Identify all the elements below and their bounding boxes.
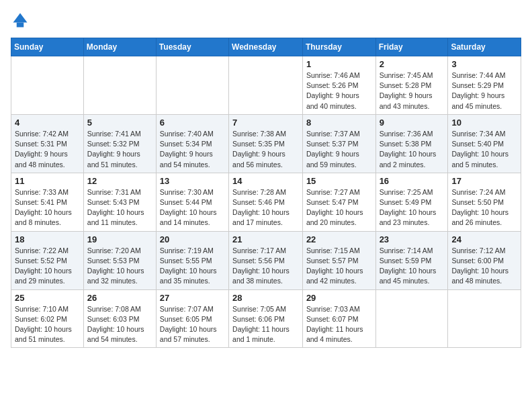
calendar-cell	[375, 289, 448, 348]
weekday-header-saturday: Saturday	[448, 38, 521, 56]
calendar-cell: 17Sunrise: 7:24 AM Sunset: 5:50 PM Dayli…	[448, 173, 521, 231]
calendar-cell: 12Sunrise: 7:31 AM Sunset: 5:43 PM Dayli…	[83, 173, 156, 231]
calendar-cell	[156, 56, 228, 115]
day-info: Sunrise: 7:17 AM Sunset: 5:56 PM Dayligh…	[232, 246, 299, 287]
calendar-cell: 4Sunrise: 7:42 AM Sunset: 5:31 PM Daylig…	[11, 114, 84, 173]
day-number: 25	[15, 293, 80, 303]
day-number: 29	[306, 293, 372, 303]
day-number: 1	[306, 59, 372, 69]
day-info: Sunrise: 7:27 AM Sunset: 5:47 PM Dayligh…	[306, 187, 372, 228]
day-number: 28	[232, 293, 299, 303]
calendar-cell: 11Sunrise: 7:33 AM Sunset: 5:41 PM Dayli…	[11, 173, 84, 231]
calendar-cell	[448, 289, 521, 348]
day-info: Sunrise: 7:44 AM Sunset: 5:29 PM Dayligh…	[451, 71, 517, 111]
day-number: 12	[87, 176, 152, 186]
day-number: 13	[160, 176, 225, 186]
day-number: 20	[160, 234, 225, 244]
calendar-cell: 6Sunrise: 7:40 AM Sunset: 5:34 PM Daylig…	[156, 114, 228, 173]
day-info: Sunrise: 7:20 AM Sunset: 5:53 PM Dayligh…	[87, 246, 152, 287]
calendar-cell: 23Sunrise: 7:14 AM Sunset: 5:59 PM Dayli…	[375, 231, 448, 289]
calendar-cell: 18Sunrise: 7:22 AM Sunset: 5:52 PM Dayli…	[11, 231, 84, 289]
day-number: 23	[380, 234, 445, 244]
day-info: Sunrise: 7:28 AM Sunset: 5:46 PM Dayligh…	[232, 187, 299, 228]
day-info: Sunrise: 7:05 AM Sunset: 6:06 PM Dayligh…	[232, 304, 299, 345]
calendar-cell: 24Sunrise: 7:12 AM Sunset: 6:00 PM Dayli…	[448, 231, 521, 289]
day-info: Sunrise: 7:12 AM Sunset: 6:00 PM Dayligh…	[451, 246, 517, 287]
day-number: 6	[160, 118, 225, 128]
day-info: Sunrise: 7:14 AM Sunset: 5:59 PM Dayligh…	[380, 246, 445, 287]
day-info: Sunrise: 7:15 AM Sunset: 5:57 PM Dayligh…	[306, 246, 372, 287]
calendar-cell: 10Sunrise: 7:34 AM Sunset: 5:40 PM Dayli…	[448, 114, 521, 173]
day-info: Sunrise: 7:19 AM Sunset: 5:55 PM Dayligh…	[160, 246, 225, 287]
calendar-cell: 9Sunrise: 7:36 AM Sunset: 5:38 PM Daylig…	[375, 114, 448, 173]
day-info: Sunrise: 7:38 AM Sunset: 5:35 PM Dayligh…	[232, 129, 299, 170]
day-info: Sunrise: 7:34 AM Sunset: 5:40 PM Dayligh…	[451, 129, 517, 170]
day-number: 7	[232, 118, 299, 128]
day-info: Sunrise: 7:24 AM Sunset: 5:50 PM Dayligh…	[451, 187, 517, 228]
day-number: 9	[380, 118, 445, 128]
calendar-cell: 15Sunrise: 7:27 AM Sunset: 5:47 PM Dayli…	[302, 173, 375, 231]
day-number: 14	[232, 176, 299, 186]
day-info: Sunrise: 7:31 AM Sunset: 5:43 PM Dayligh…	[87, 187, 152, 228]
day-info: Sunrise: 7:36 AM Sunset: 5:38 PM Dayligh…	[380, 129, 445, 170]
logo	[11, 11, 32, 30]
day-number: 10	[451, 118, 517, 128]
logo-icon	[11, 11, 30, 30]
page-header	[11, 11, 521, 30]
weekday-header-tuesday: Tuesday	[156, 38, 228, 56]
day-number: 16	[380, 176, 445, 186]
day-number: 27	[160, 293, 225, 303]
calendar-cell: 7Sunrise: 7:38 AM Sunset: 5:35 PM Daylig…	[229, 114, 303, 173]
day-number: 24	[451, 234, 517, 244]
calendar-cell: 20Sunrise: 7:19 AM Sunset: 5:55 PM Dayli…	[156, 231, 228, 289]
weekday-header-sunday: Sunday	[11, 38, 84, 56]
day-number: 17	[451, 176, 517, 186]
calendar-cell: 29Sunrise: 7:03 AM Sunset: 6:07 PM Dayli…	[302, 289, 375, 348]
day-number: 18	[15, 234, 80, 244]
weekday-header-thursday: Thursday	[302, 38, 375, 56]
calendar-cell: 14Sunrise: 7:28 AM Sunset: 5:46 PM Dayli…	[229, 173, 303, 231]
day-info: Sunrise: 7:33 AM Sunset: 5:41 PM Dayligh…	[15, 187, 80, 228]
day-info: Sunrise: 7:30 AM Sunset: 5:44 PM Dayligh…	[160, 187, 225, 228]
day-number: 2	[380, 59, 445, 69]
day-number: 21	[232, 234, 299, 244]
calendar-cell: 22Sunrise: 7:15 AM Sunset: 5:57 PM Dayli…	[302, 231, 375, 289]
calendar-cell: 1Sunrise: 7:46 AM Sunset: 5:26 PM Daylig…	[302, 56, 375, 115]
day-info: Sunrise: 7:40 AM Sunset: 5:34 PM Dayligh…	[160, 129, 225, 170]
calendar-cell: 25Sunrise: 7:10 AM Sunset: 6:02 PM Dayli…	[11, 289, 84, 348]
calendar-cell: 21Sunrise: 7:17 AM Sunset: 5:56 PM Dayli…	[229, 231, 303, 289]
day-info: Sunrise: 7:46 AM Sunset: 5:26 PM Dayligh…	[306, 71, 372, 111]
calendar-cell	[11, 56, 84, 115]
day-info: Sunrise: 7:10 AM Sunset: 6:02 PM Dayligh…	[15, 304, 80, 345]
calendar-cell: 19Sunrise: 7:20 AM Sunset: 5:53 PM Dayli…	[83, 231, 156, 289]
day-number: 15	[306, 176, 372, 186]
day-info: Sunrise: 7:07 AM Sunset: 6:05 PM Dayligh…	[160, 304, 225, 345]
day-number: 5	[87, 118, 152, 128]
weekday-header-wednesday: Wednesday	[229, 38, 303, 56]
day-number: 3	[451, 59, 517, 69]
weekday-header-friday: Friday	[375, 38, 448, 56]
calendar-cell: 16Sunrise: 7:25 AM Sunset: 5:49 PM Dayli…	[375, 173, 448, 231]
day-info: Sunrise: 7:45 AM Sunset: 5:28 PM Dayligh…	[380, 71, 445, 111]
calendar-cell: 8Sunrise: 7:37 AM Sunset: 5:37 PM Daylig…	[302, 114, 375, 173]
day-info: Sunrise: 7:25 AM Sunset: 5:49 PM Dayligh…	[380, 187, 445, 228]
day-number: 8	[306, 118, 372, 128]
calendar-cell: 27Sunrise: 7:07 AM Sunset: 6:05 PM Dayli…	[156, 289, 228, 348]
day-number: 11	[15, 176, 80, 186]
calendar-cell: 26Sunrise: 7:08 AM Sunset: 6:03 PM Dayli…	[83, 289, 156, 348]
day-number: 22	[306, 234, 372, 244]
calendar-cell: 13Sunrise: 7:30 AM Sunset: 5:44 PM Dayli…	[156, 173, 228, 231]
day-info: Sunrise: 7:03 AM Sunset: 6:07 PM Dayligh…	[306, 304, 372, 345]
svg-marker-0	[13, 13, 28, 23]
calendar-table: SundayMondayTuesdayWednesdayThursdayFrid…	[11, 38, 521, 348]
day-info: Sunrise: 7:22 AM Sunset: 5:52 PM Dayligh…	[15, 246, 80, 287]
day-info: Sunrise: 7:08 AM Sunset: 6:03 PM Dayligh…	[87, 304, 152, 345]
svg-rect-1	[17, 23, 24, 28]
day-info: Sunrise: 7:37 AM Sunset: 5:37 PM Dayligh…	[306, 129, 372, 170]
calendar-cell	[229, 56, 303, 115]
calendar-cell: 28Sunrise: 7:05 AM Sunset: 6:06 PM Dayli…	[229, 289, 303, 348]
calendar-cell	[83, 56, 156, 115]
day-info: Sunrise: 7:41 AM Sunset: 5:32 PM Dayligh…	[87, 129, 152, 170]
calendar-cell: 5Sunrise: 7:41 AM Sunset: 5:32 PM Daylig…	[83, 114, 156, 173]
calendar-cell: 3Sunrise: 7:44 AM Sunset: 5:29 PM Daylig…	[448, 56, 521, 115]
